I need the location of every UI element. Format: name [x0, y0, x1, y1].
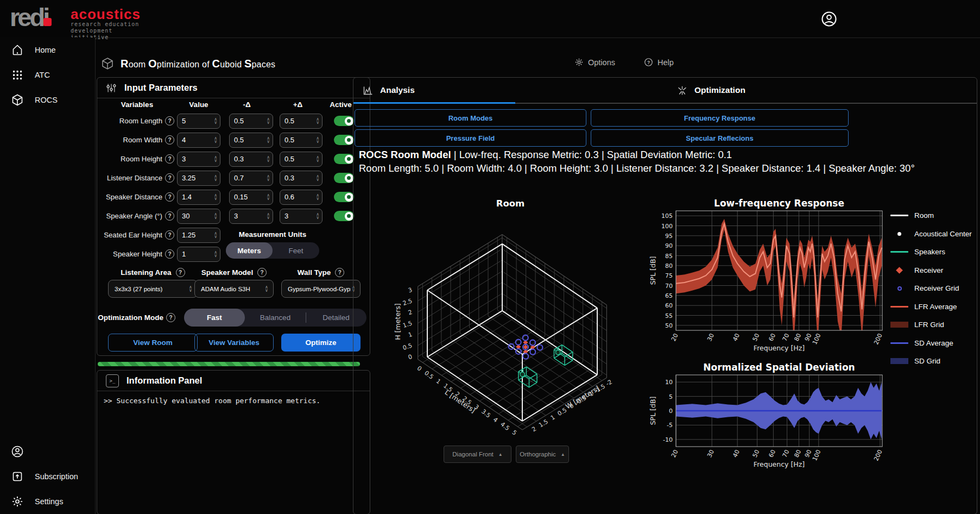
active-toggle[interactable] — [334, 154, 354, 164]
active-toggle[interactable] — [334, 192, 354, 202]
spinner-arrows-icon[interactable]: ∧∨ — [214, 118, 217, 124]
active-toggle[interactable] — [334, 173, 354, 183]
help-circle-icon[interactable]: ? — [165, 192, 174, 202]
help-circle-icon[interactable]: ? — [165, 116, 174, 126]
view-angle-select[interactable]: Diagonal Front▲ — [444, 446, 511, 463]
minus-delta-input[interactable]: 3∧∨ — [229, 209, 273, 224]
optimize-button[interactable]: Optimize — [281, 334, 361, 352]
minus-delta-input[interactable]: 0.3∧∨ — [229, 152, 273, 167]
tab-analysis[interactable]: Analysis — [362, 78, 415, 103]
input-panel-title: Input Parameters — [124, 83, 198, 93]
account-circle-icon[interactable] — [821, 11, 837, 27]
plus-delta-input[interactable]: 0.3∧∨ — [280, 171, 323, 186]
value-input[interactable]: 1.4∧∨ — [177, 190, 220, 205]
minus-delta-input[interactable]: 0.5∧∨ — [229, 133, 273, 148]
plus-delta-input[interactable]: 0.6∧∨ — [280, 190, 323, 205]
spinner-arrows-icon[interactable]: ∧∨ — [214, 213, 217, 220]
spinner-arrows-icon[interactable]: ∧∨ — [267, 156, 270, 162]
svg-text:1: 1 — [435, 378, 442, 386]
plus-delta-input[interactable]: 0.5∧∨ — [280, 152, 323, 167]
acoustics-wordmark: acoustics — [71, 7, 141, 21]
help-button[interactable]: ? Help — [644, 58, 674, 67]
pressure-field-button[interactable]: Pressure Field — [355, 129, 586, 147]
value-input[interactable]: 3.25∧∨ — [177, 171, 220, 186]
help-circle-icon[interactable]: ? — [165, 173, 174, 183]
value-input[interactable]: 1.25∧∨ — [177, 228, 220, 243]
spinner-arrows-icon[interactable]: ∧∨ — [316, 137, 319, 143]
wall-type-select[interactable]: Gypsum-Plywood-Gypsum∧∨ — [281, 280, 361, 298]
sidebar-account-item[interactable] — [0, 439, 95, 464]
tab-optimization[interactable]: Optimization — [676, 78, 745, 103]
input-value: 0.3 — [234, 155, 244, 163]
value-input[interactable]: 30∧∨ — [177, 209, 220, 224]
spinner-arrows-icon[interactable]: ∧∨ — [214, 251, 217, 258]
plus-delta-input[interactable]: 3∧∨ — [280, 209, 323, 224]
value-input[interactable]: 1∧∨ — [177, 247, 220, 262]
spinner-arrows-icon[interactable]: ∧∨ — [214, 232, 217, 239]
plus-delta-input[interactable]: 0.5∧∨ — [280, 114, 323, 129]
help-circle-icon[interactable]: ? — [165, 249, 174, 259]
active-toggle[interactable] — [334, 116, 354, 126]
sidebar-item-atc[interactable]: ATC — [0, 62, 95, 87]
view-room-button[interactable]: View Room — [108, 334, 198, 352]
unit-option-meters[interactable]: Meters — [226, 242, 273, 259]
help-circle-icon[interactable]: ? — [166, 313, 175, 322]
spinner-arrows-icon[interactable]: ∧∨ — [316, 175, 319, 181]
help-circle-icon[interactable]: ? — [335, 268, 344, 277]
value-input[interactable]: 3∧∨ — [177, 152, 220, 167]
help-circle-icon[interactable]: ? — [165, 230, 174, 240]
spinner-arrows-icon[interactable]: ∧∨ — [316, 118, 319, 124]
spinner-arrows-icon[interactable]: ∧∨ — [267, 118, 270, 124]
spinner-arrows-icon[interactable]: ∧∨ — [267, 175, 270, 181]
speaker-model-select[interactable]: ADAM Audio S3H∧∨ — [194, 280, 274, 298]
unfold-arrows-icon: ∧∨ — [188, 286, 193, 292]
legend-swatch-line — [890, 251, 908, 253]
sidebar-item-home[interactable]: Home — [0, 37, 95, 62]
spinner-arrows-icon[interactable]: ∧∨ — [316, 213, 319, 220]
units-segmented-control[interactable]: MetersFeet — [226, 242, 319, 259]
spinner-arrows-icon[interactable]: ∧∨ — [267, 213, 270, 220]
mode-option-fast[interactable]: Fast — [184, 309, 245, 327]
spinner-arrows-icon[interactable]: ∧∨ — [214, 156, 217, 162]
help-circle-icon[interactable]: ? — [165, 135, 174, 145]
spinner-arrows-icon[interactable]: ∧∨ — [267, 194, 270, 200]
projection-select[interactable]: Orthographic▲ — [516, 446, 569, 463]
minus-delta-input[interactable]: 0.5∧∨ — [229, 114, 273, 129]
sidebar-item-rocs[interactable]: ROCS — [0, 87, 95, 112]
logo-tagline-1: research education — [71, 21, 141, 28]
help-circle-icon[interactable]: ? — [176, 268, 185, 277]
value-input[interactable]: 4∧∨ — [177, 133, 220, 148]
column-header-1: Value — [177, 101, 220, 109]
specular-reflecions-button[interactable]: Specular Reflecions — [591, 129, 849, 147]
mode-option-balanced[interactable]: Balanced — [245, 309, 306, 327]
sidebar-item-subscription[interactable]: Subscription — [0, 464, 95, 489]
active-toggle[interactable] — [334, 211, 354, 221]
value-input[interactable]: 5∧∨ — [177, 114, 220, 129]
plus-delta-input[interactable]: 0.5∧∨ — [280, 133, 323, 148]
minus-delta-input[interactable]: 0.7∧∨ — [229, 171, 273, 186]
toggle-knob — [345, 212, 353, 221]
select-label-text: Wall Type — [298, 268, 331, 277]
help-circle-icon[interactable]: ? — [165, 211, 174, 221]
spinner-arrows-icon[interactable]: ∧∨ — [214, 175, 217, 181]
frequency-response-button[interactable]: Frequency Response — [591, 109, 849, 127]
view-variables-button[interactable]: View Variables — [194, 334, 274, 352]
spinner-arrows-icon[interactable]: ∧∨ — [316, 156, 319, 162]
unit-option-feet[interactable]: Feet — [273, 242, 319, 259]
spinner-arrows-icon[interactable]: ∧∨ — [267, 137, 270, 143]
help-circle-icon[interactable]: ? — [165, 154, 174, 164]
input-value: 0.15 — [234, 193, 248, 201]
spinner-arrows-icon[interactable]: ∧∨ — [214, 194, 217, 200]
optimization-mode-segmented[interactable]: FastBalancedDetailed — [184, 309, 366, 327]
active-toggle[interactable] — [334, 135, 354, 145]
spinner-arrows-icon[interactable]: ∧∨ — [214, 137, 217, 143]
room-modes-button[interactable]: Room Modes — [355, 109, 586, 127]
listening-area-select[interactable]: 3x3x3 (27 points)∧∨ — [108, 280, 198, 298]
options-button[interactable]: Options — [574, 58, 615, 67]
svg-text:50: 50 — [751, 333, 761, 342]
help-circle-icon[interactable]: ? — [257, 268, 267, 277]
sidebar-item-settings[interactable]: Settings — [0, 489, 95, 514]
spinner-arrows-icon[interactable]: ∧∨ — [316, 194, 319, 200]
minus-delta-input[interactable]: 0.15∧∨ — [229, 190, 273, 205]
help-icon: ? — [644, 58, 653, 67]
